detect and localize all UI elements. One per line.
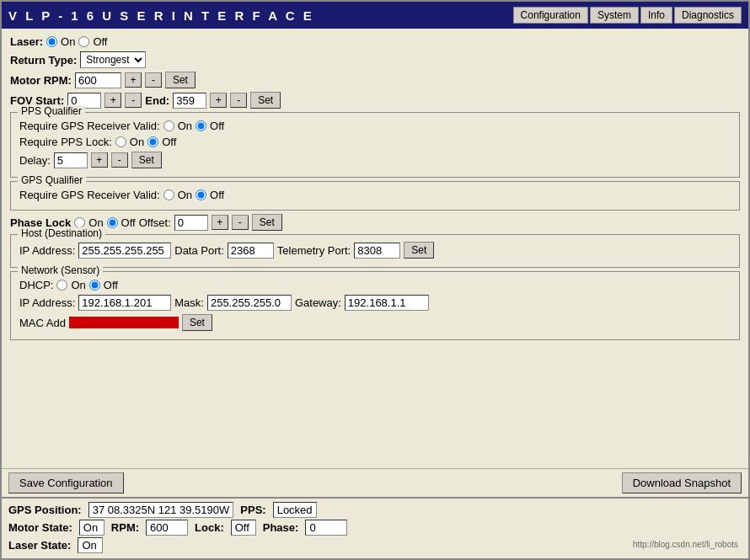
dhcp-off-label: Off (104, 279, 118, 291)
fov-start-plus[interactable]: + (104, 93, 121, 108)
status-bar: GPS Position: 37 08.3325N 121 39.5190W P… (2, 497, 748, 558)
status-pps-value: Locked (273, 502, 317, 518)
host-ip-row: IP Address: Data Port: Telemetry Port: S… (19, 242, 731, 259)
pps-delay-set[interactable]: Set (131, 152, 162, 168)
network-mac-row: MAC Add Set (19, 314, 731, 331)
fov-row: FOV Start: + - End: + - Set (10, 92, 740, 109)
status-motor-value: On (79, 520, 104, 536)
nav-diagnostics[interactable]: Diagnostics (674, 7, 742, 24)
phase-offset-label: Offset: (139, 216, 171, 229)
status-phase-value: 0 (305, 520, 347, 536)
action-bar: Save Configuration Download Snapshot (2, 468, 748, 497)
watermark: http://blog.csdn.net/li_robots (633, 540, 742, 551)
fov-set[interactable]: Set (250, 92, 281, 109)
status-laser-label: Laser State: (8, 539, 71, 552)
fov-end-input[interactable] (173, 93, 206, 109)
gps-qualifier-title: GPS Qualifier (18, 174, 86, 186)
pps-delay-label: Delay: (19, 154, 51, 167)
nav-configuration[interactable]: Configuration (513, 7, 588, 24)
network-dhcp-row: DHCP: On Off (19, 279, 731, 291)
phase-offset-minus[interactable]: - (232, 215, 249, 230)
pps-gps-off-radio[interactable] (196, 120, 206, 131)
return-type-select[interactable]: Strongest Last Dual (80, 51, 146, 68)
laser-off-label: Off (93, 35, 107, 48)
pps-gps-valid-row: Require GPS Receiver Valid: On Off (19, 120, 731, 132)
motor-rpm-set[interactable]: Set (165, 72, 196, 88)
fov-end-label: End: (145, 94, 169, 107)
host-ip-input[interactable] (78, 243, 171, 259)
status-rpm-label: RPM: (111, 521, 139, 534)
laser-on-label: On (61, 35, 75, 48)
host-data-port-input[interactable] (228, 243, 274, 259)
phase-offset-input[interactable] (174, 215, 208, 231)
pps-gps-on-radio[interactable] (163, 120, 174, 131)
pps-qualifier-title: PPS Qualifier (18, 105, 85, 117)
return-type-label: Return Type: (10, 54, 77, 67)
pps-delay-plus[interactable]: + (91, 152, 108, 168)
host-set[interactable]: Set (404, 242, 434, 259)
pps-gps-valid-label: Require GPS Receiver Valid: (19, 120, 160, 132)
mac-redacted (69, 317, 179, 328)
status-rpm-value: 600 (146, 520, 188, 536)
network-mac-label: MAC Add (19, 317, 66, 329)
return-type-row: Return Type: Strongest Last Dual (10, 51, 740, 68)
pps-qualifier-group: PPS Qualifier Require GPS Receiver Valid… (10, 112, 740, 178)
pps-lock-on-label: On (130, 136, 144, 148)
motor-rpm-label: Motor RPM: (10, 74, 72, 87)
laser-off-radio[interactable] (78, 36, 89, 47)
pps-delay-minus[interactable]: - (111, 152, 128, 168)
gps-valid-off-label: Off (210, 189, 224, 201)
network-ip-row: IP Address: Mask: Gateway: (19, 295, 731, 311)
network-ip-label: IP Address: (19, 296, 75, 309)
network-mask-label: Mask: (174, 296, 204, 309)
gps-valid-on-radio[interactable] (163, 189, 174, 200)
pps-gps-on-label: On (178, 120, 192, 132)
status-gps-label: GPS Position: (8, 504, 82, 516)
gps-qualifier-content: Require GPS Receiver Valid: On Off (19, 189, 731, 201)
motor-rpm-input[interactable] (75, 72, 121, 88)
dhcp-on-label: On (71, 279, 85, 291)
pps-lock-off-radio[interactable] (147, 136, 158, 147)
fov-start-minus[interactable]: - (125, 93, 142, 108)
laser-on-radio[interactable] (46, 36, 57, 47)
fov-end-plus[interactable]: + (210, 93, 227, 108)
pps-lock-on-radio[interactable] (115, 136, 126, 147)
fov-end-minus[interactable]: - (230, 93, 247, 108)
network-set[interactable]: Set (182, 314, 212, 331)
motor-rpm-plus[interactable]: + (125, 72, 142, 88)
pps-gps-off-label: Off (210, 120, 224, 132)
gps-valid-label: Require GPS Receiver Valid: (19, 189, 160, 201)
gps-valid-off-radio[interactable] (196, 189, 206, 200)
phase-offset-set[interactable]: Set (252, 214, 282, 231)
laser-label: Laser: (10, 35, 43, 48)
motor-rpm-minus[interactable]: - (145, 72, 162, 88)
network-ip-input[interactable] (78, 295, 171, 311)
phase-lock-off-radio[interactable] (107, 217, 118, 228)
host-group: Host (Destination) IP Address: Data Port… (10, 234, 740, 268)
app-title: V L P - 1 6 U S E R I N T E R F A C E (8, 8, 314, 23)
host-telemetry-label: Telemetry Port: (277, 244, 351, 257)
phase-lock-off-label: Off (121, 216, 136, 229)
host-telemetry-input[interactable] (354, 243, 400, 259)
laser-radio-group: On Off (46, 35, 107, 48)
status-phase-label: Phase: (263, 521, 299, 534)
host-title: Host (Destination) (18, 227, 105, 239)
pps-delay-input[interactable] (54, 152, 88, 168)
save-configuration-button[interactable]: Save Configuration (8, 472, 124, 493)
phase-lock-on-radio[interactable] (74, 217, 85, 228)
pps-lock-label: Require PPS Lock: (19, 136, 112, 148)
phase-offset-plus[interactable]: + (212, 215, 228, 230)
phase-lock-row: Phase Lock On Off Offset: + - Set (10, 214, 740, 231)
gps-valid-on-label: On (178, 189, 192, 201)
motor-rpm-row: Motor RPM: + - Set (10, 72, 740, 88)
download-snapshot-button[interactable]: Download Snapshot (622, 472, 742, 493)
nav-info[interactable]: Info (640, 7, 672, 24)
network-gateway-label: Gateway: (295, 296, 341, 309)
network-dhcp-label: DHCP: (19, 279, 53, 291)
nav-system[interactable]: System (590, 7, 639, 24)
network-gateway-input[interactable] (345, 295, 429, 311)
network-mask-input[interactable] (207, 295, 292, 311)
dhcp-off-radio[interactable] (89, 280, 100, 291)
dhcp-on-radio[interactable] (56, 280, 67, 291)
pps-lock-row: Require PPS Lock: On Off (19, 136, 731, 148)
